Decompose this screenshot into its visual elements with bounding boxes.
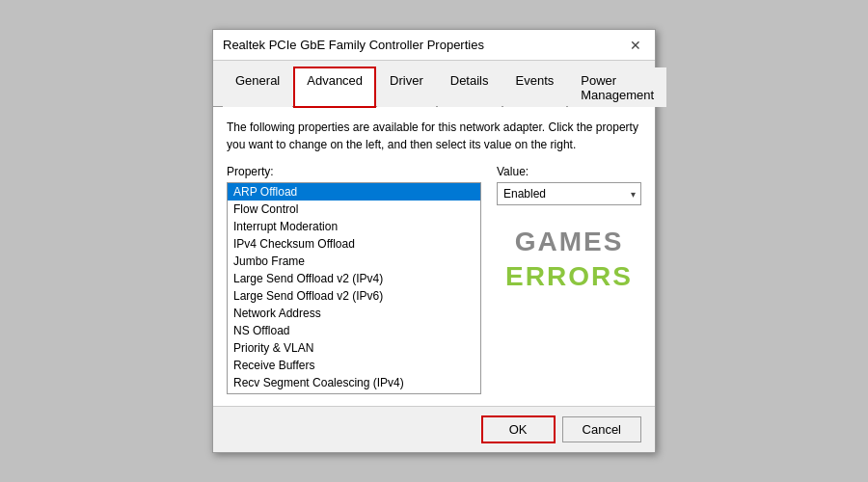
- list-item[interactable]: Priority & VLAN: [228, 339, 480, 357]
- list-item[interactable]: Network Address: [228, 305, 480, 322]
- watermark-line2: ERRORS: [497, 259, 641, 294]
- dialog-window: Realtek PCIe GbE Family Controller Prope…: [212, 29, 656, 453]
- list-item[interactable]: Recv Segment Coalescing (IPv4): [228, 374, 480, 391]
- tab-power-management[interactable]: Power Management: [568, 67, 666, 107]
- dialog-footer: OK Cancel: [213, 406, 655, 452]
- list-item[interactable]: Jumbo Frame: [228, 253, 480, 270]
- properties-area: Property: ARP Offload Flow Control Inter…: [227, 165, 641, 394]
- value-section: Value: Enabled Disabled ▾ GAMES ERRORS: [497, 165, 641, 394]
- list-item[interactable]: Recv Segment Coalescing (IPv6): [228, 391, 480, 394]
- description-text: The following properties are available f…: [227, 119, 641, 153]
- list-item[interactable]: Large Send Offload v2 (IPv6): [228, 287, 480, 305]
- dialog-title: Realtek PCIe GbE Family Controller Prope…: [223, 38, 484, 52]
- title-bar: Realtek PCIe GbE Family Controller Prope…: [213, 30, 655, 61]
- tab-bar: General Advanced Driver Details Events P…: [213, 61, 655, 107]
- list-item[interactable]: Interrupt Moderation: [228, 218, 480, 235]
- value-label: Value:: [497, 165, 641, 178]
- dialog-body: The following properties are available f…: [213, 107, 655, 406]
- tab-driver[interactable]: Driver: [377, 67, 436, 107]
- list-item[interactable]: Receive Buffers: [228, 357, 480, 374]
- cancel-button[interactable]: Cancel: [562, 416, 641, 442]
- ok-button[interactable]: OK: [482, 416, 555, 442]
- value-dropdown[interactable]: Enabled Disabled: [497, 182, 641, 205]
- watermark: GAMES ERRORS: [497, 225, 641, 295]
- list-item[interactable]: IPv4 Checksum Offload: [228, 235, 480, 253]
- tab-advanced[interactable]: Advanced: [294, 67, 375, 107]
- property-listbox[interactable]: ARP Offload Flow Control Interrupt Moder…: [227, 182, 481, 394]
- close-button[interactable]: ✕: [626, 39, 645, 52]
- tab-events[interactable]: Events: [503, 67, 567, 107]
- list-item[interactable]: ARP Offload: [228, 183, 480, 201]
- tab-details[interactable]: Details: [438, 67, 502, 107]
- list-item[interactable]: Flow Control: [228, 201, 480, 218]
- value-dropdown-wrapper: Enabled Disabled ▾: [497, 182, 641, 205]
- list-item[interactable]: Large Send Offload v2 (IPv4): [228, 270, 480, 287]
- tab-general[interactable]: General: [223, 67, 292, 107]
- property-label: Property:: [227, 165, 481, 178]
- watermark-line1: GAMES: [497, 225, 641, 259]
- property-section: Property: ARP Offload Flow Control Inter…: [227, 165, 481, 394]
- list-item[interactable]: NS Offload: [228, 322, 480, 339]
